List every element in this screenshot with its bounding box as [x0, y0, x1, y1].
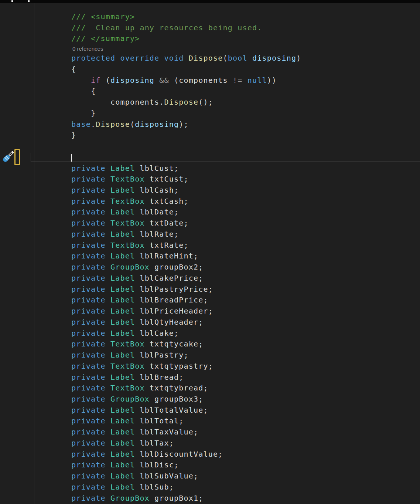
code-line[interactable]: private Label lblBread;: [71, 372, 420, 383]
code-line[interactable]: private Label lblSub;: [71, 482, 420, 493]
codelens-references[interactable]: 0 references: [71, 44, 420, 53]
code-token: TextBox: [110, 362, 150, 371]
code-token: lblTotalValue;: [140, 406, 208, 415]
code-token: {: [71, 87, 96, 95]
code-token: GroupBox: [110, 494, 154, 503]
code-token: lblDiscountValue;: [140, 450, 223, 459]
code-line[interactable]: private TextBox txtDate;: [71, 218, 420, 229]
code-line[interactable]: private TextBox txtqtypastry;: [71, 361, 420, 372]
code-line[interactable]: private Label lblTotalValue;: [71, 405, 420, 416]
code-token: protected: [71, 54, 115, 62]
code-line[interactable]: private TextBox txtqtybread;: [71, 383, 420, 394]
code-content: /// <summary>/// Clean up any resources …: [0, 11, 420, 504]
code-token: private: [71, 251, 110, 260]
code-token: private: [71, 339, 110, 348]
code-token: }: [71, 131, 76, 139]
code-token: Label: [110, 460, 140, 469]
code-line[interactable]: base.Dispose(disposing);: [71, 119, 420, 130]
code-line[interactable]: private TextBox txtRate;: [71, 240, 420, 251]
code-token: private: [71, 318, 110, 327]
code-line[interactable]: private Label lblQtyHeader;: [71, 317, 420, 328]
code-line[interactable]: private Label lblDiscountValue;: [71, 449, 420, 460]
code-line[interactable]: private GroupBox groupBox3;: [71, 394, 420, 405]
code-token: !=: [233, 76, 242, 85]
code-token: groupBox2;: [154, 263, 203, 271]
code-token: Label: [110, 329, 140, 338]
code-line[interactable]: components.Dispose();: [71, 97, 420, 108]
code-token: ): [296, 54, 301, 62]
code-line[interactable]: private Label lblPastry;: [71, 350, 420, 361]
code-line[interactable]: private Label lblCake;: [71, 328, 420, 339]
code-line[interactable]: private TextBox txtqtycake;: [71, 339, 420, 350]
code-token: private: [71, 295, 110, 304]
code-line[interactable]: private Label lblDisc;: [71, 460, 420, 471]
code-token: private: [71, 427, 110, 436]
tab-text-remnant: [11, 0, 13, 2]
code-line[interactable]: private Label lblRate;: [71, 229, 420, 240]
code-token: base: [71, 120, 91, 129]
code-line[interactable]: private TextBox txtCash;: [71, 196, 420, 207]
code-token: lblDisc;: [140, 460, 179, 469]
code-token: TextBox: [110, 175, 150, 183]
code-token: private: [71, 383, 110, 392]
code-token: override: [120, 54, 159, 62]
code-token: private: [71, 416, 110, 425]
code-token: Label: [110, 427, 140, 436]
code-editor: /// <summary>/// Clean up any resources …: [0, 0, 420, 504]
code-token: [228, 76, 233, 85]
code-token: Label: [110, 186, 140, 195]
code-token: private: [71, 450, 110, 459]
code-line[interactable]: private Label lblCakePrice;: [71, 273, 420, 284]
code-token: components: [110, 98, 159, 106]
code-line[interactable]: /// <summary>: [71, 11, 420, 23]
code-line-blank[interactable]: [71, 152, 420, 163]
code-line[interactable]: private Label lblCust;: [71, 163, 420, 174]
code-token: private: [71, 406, 110, 415]
code-token: null: [247, 76, 267, 85]
code-line[interactable]: private Label lblTax;: [71, 438, 420, 449]
code-token: ///: [71, 34, 91, 43]
code-line[interactable]: private Label lblPastryPrice;: [71, 284, 420, 295]
code-token: lblTotal;: [140, 416, 184, 425]
code-token: [71, 98, 110, 106]
code-line[interactable]: private Label lblTaxValue;: [71, 427, 420, 438]
code-line[interactable]: private Label lblDate;: [71, 207, 420, 218]
code-token: Label: [110, 439, 140, 447]
code-token: txtRate;: [150, 241, 189, 250]
code-line[interactable]: {: [71, 64, 420, 75]
code-token: private: [71, 494, 110, 503]
code-line[interactable]: private TextBox txtCust;: [71, 174, 420, 185]
code-line[interactable]: private Label lblBreadPrice;: [71, 295, 420, 306]
code-token: private: [71, 329, 110, 338]
code-line[interactable]: private Label lblPriceHeader;: [71, 306, 420, 317]
code-line[interactable]: private Label lblTotal;: [71, 416, 420, 427]
code-line[interactable]: /// Clean up any resources being used.: [71, 23, 420, 34]
code-token: void: [164, 54, 184, 62]
code-line[interactable]: {: [71, 86, 420, 97]
code-token: [71, 76, 91, 85]
code-token: lblRate;: [140, 230, 179, 239]
code-token: Label: [110, 164, 140, 173]
code-token: Dispose: [164, 98, 199, 106]
code-token: Label: [110, 207, 140, 216]
window-top-edge: [0, 0, 420, 3]
code-line[interactable]: private Label lblRateHint;: [71, 251, 420, 262]
code-token: txtqtybread;: [150, 383, 208, 392]
code-line[interactable]: /// </summary>: [71, 33, 420, 44]
code-token: lblBreadPrice;: [140, 295, 208, 304]
code-line[interactable]: private Label lblSubValue;: [71, 471, 420, 482]
code-line[interactable]: private Label lblCash;: [71, 185, 420, 196]
code-token: TextBox: [110, 383, 150, 392]
code-line[interactable]: if (disposing && (components != null)): [71, 75, 420, 86]
code-line-blank[interactable]: [71, 141, 420, 152]
code-line[interactable]: }: [71, 108, 420, 119]
code-line[interactable]: private GroupBox groupBox1;: [71, 493, 420, 504]
code-line[interactable]: private GroupBox groupBox2;: [71, 262, 420, 273]
code-line[interactable]: }: [71, 130, 420, 141]
code-line[interactable]: protected override void Dispose(bool dis…: [71, 53, 420, 64]
code-token: private: [71, 207, 110, 216]
code-token: {: [71, 65, 76, 74]
code-token: TextBox: [110, 339, 150, 348]
code-token: ();: [198, 98, 213, 106]
code-token: private: [71, 164, 110, 173]
